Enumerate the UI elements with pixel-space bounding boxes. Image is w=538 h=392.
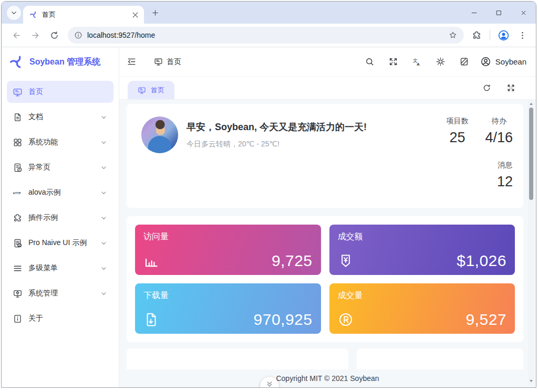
welcome-texts: 早安，Soybean, 今天又是充满活力的一天! 今日多云转晴，20℃ - 25…: [187, 115, 367, 196]
stat-label: 待办: [485, 116, 513, 126]
welcome-weather: 今日多云转晴，20℃ - 25℃!: [187, 140, 367, 149]
fullscreen-icon: [388, 57, 398, 67]
stat-value: 4/16: [485, 130, 513, 146]
stat-card-value: 9,527: [465, 312, 506, 327]
sidebar-item-docs[interactable]: 文档: [7, 106, 113, 128]
sidebar-collapse-button[interactable]: [119, 47, 143, 77]
close-icon: [520, 9, 527, 16]
browser-menu-button[interactable]: [514, 27, 531, 44]
http-icon: HTTP: [13, 188, 23, 198]
page-scrollbar[interactable]: [528, 100, 534, 385]
profile-button[interactable]: [495, 27, 512, 44]
about-icon: [13, 314, 23, 324]
search-button[interactable]: [358, 47, 381, 77]
sidebar-item-label: Pro Naive UI 示例: [28, 238, 94, 248]
stat-card-2: 下载量970,925: [135, 283, 321, 334]
fullscreen-button[interactable]: [381, 47, 405, 77]
minimize-icon: [471, 9, 478, 16]
tab-search-button[interactable]: [7, 6, 21, 20]
sun-icon: [436, 57, 446, 67]
sidebar-menu: 首页文档系统功能异常页HTTPalova示例插件示例Pro Naive UI 示…: [2, 77, 119, 337]
sidebar-item-alova[interactable]: HTTPalova示例: [7, 182, 113, 204]
sidebar-item-manage[interactable]: 系统管理: [7, 282, 113, 304]
exception-icon: [13, 163, 23, 173]
page-content: 早安，Soybean, 今天又是充满活力的一天! 今日多云转晴，20℃ - 25…: [119, 100, 536, 369]
forward-button[interactable]: [26, 26, 45, 45]
sidebar-item-home[interactable]: 首页: [7, 81, 113, 103]
file-download-icon: [143, 312, 159, 327]
language-button[interactable]: 文A: [405, 47, 429, 77]
user-menu[interactable]: Soybean: [476, 47, 534, 77]
monitor-icon: [13, 87, 23, 97]
theme-mode-button[interactable]: [429, 47, 452, 77]
brand[interactable]: Soybean 管理系统: [2, 47, 119, 77]
sidebar-item-except[interactable]: 异常页: [7, 156, 113, 178]
scrollbar-down-icon[interactable]: [529, 378, 534, 384]
welcome-stat: 消息12: [497, 161, 513, 190]
user-avatar-image: [141, 116, 178, 153]
profile-avatar-icon: [498, 29, 510, 41]
chevron-down-icon: [100, 139, 108, 146]
url-text[interactable]: localhost:9527/home: [87, 31, 443, 39]
stat-card-value: $1,026: [457, 253, 506, 269]
grid-icon: [13, 137, 23, 147]
toolbar-separator: [490, 30, 490, 40]
refresh-tab-button[interactable]: [477, 76, 496, 99]
stat-label: 项目数: [446, 116, 468, 126]
reload-button[interactable]: [45, 26, 64, 45]
extensions-puzzle-icon: [472, 30, 482, 40]
sidebar-item-label: 异常页: [28, 163, 94, 172]
close-button[interactable]: [511, 2, 536, 24]
soybean-favicon-icon: [29, 10, 38, 19]
welcome-greeting: 早安，Soybean, 今天又是充满活力的一天!: [187, 121, 367, 133]
minimize-button[interactable]: [462, 2, 487, 24]
stat-label: 消息: [497, 161, 513, 170]
sidebar-item-naive[interactable]: Pro Naive UI 示例: [7, 232, 113, 254]
svg-text:A: A: [417, 62, 420, 67]
tab-close-icon[interactable]: [131, 10, 140, 19]
naive-doc-icon: [13, 238, 23, 248]
scrollbar-thumb[interactable]: [529, 108, 533, 200]
scrollbar-up-icon[interactable]: [529, 101, 534, 107]
chart-card-right: [357, 348, 523, 369]
fullscreen-icon: [506, 83, 515, 92]
breadcrumb[interactable]: 首页: [154, 57, 181, 67]
stat-card-1: 成交额$1,026: [329, 225, 515, 275]
back-button[interactable]: [7, 26, 26, 45]
browser-toolbar: localhost:9527/home: [2, 24, 536, 47]
sidebar-item-func[interactable]: 系统功能: [7, 131, 113, 153]
welcome-stats: 项目数25待办4/16消息12: [419, 115, 513, 196]
user-name: Soybean: [495, 57, 526, 66]
sidebar-item-multi[interactable]: 多级菜单: [7, 257, 113, 279]
sidebar-item-plugin[interactable]: 插件示例: [7, 207, 113, 229]
tab-home-label: 首页: [151, 86, 164, 95]
new-tab-button[interactable]: [148, 6, 162, 19]
bookmark-star-icon[interactable]: [448, 30, 458, 40]
stat-card-value: 9,725: [272, 253, 313, 269]
search-icon: [365, 57, 375, 67]
menu-fold-icon: [127, 57, 137, 67]
double-chevron-down-icon: [265, 380, 274, 388]
main-area: 首页 文A Soybean 首页: [119, 47, 536, 387]
forward-icon: [30, 30, 40, 40]
extensions-button[interactable]: [468, 27, 485, 44]
tab-home[interactable]: 首页: [128, 81, 174, 99]
sidebar-item-label: 文档: [28, 112, 94, 122]
copyright-text: Copyright MIT © 2021 Soybean: [276, 374, 379, 383]
chevron-down-icon: [100, 214, 108, 222]
bottom-cards-row: [127, 348, 523, 369]
monitor-icon: [154, 57, 163, 66]
theme-config-button[interactable]: [452, 47, 476, 77]
chart-card-left: [127, 348, 348, 369]
content-fullscreen-button[interactable]: [501, 76, 520, 99]
site-info-icon[interactable]: [74, 31, 82, 39]
stat-card-3: 成交量9,527: [329, 283, 515, 334]
browser-window: 首页 localhost:9527/home: [1, 1, 536, 388]
sidebar-item-label: 系统功能: [28, 137, 94, 147]
svg-text:HTTP: HTTP: [13, 192, 21, 195]
chevron-down-icon: [100, 264, 108, 272]
browser-tab[interactable]: 首页: [23, 6, 144, 24]
address-bar[interactable]: localhost:9527/home: [68, 27, 464, 44]
maximize-button[interactable]: [487, 2, 511, 24]
sidebar-item-about[interactable]: 关于: [7, 308, 113, 330]
